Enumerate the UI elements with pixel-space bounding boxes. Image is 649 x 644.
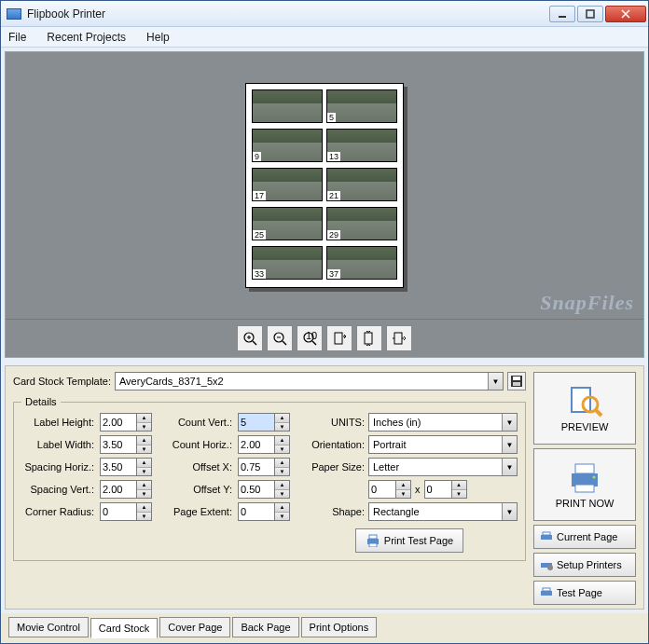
svg-text:100%: 100% bbox=[306, 331, 317, 341]
fit-page-button[interactable] bbox=[326, 325, 352, 351]
details-fieldset: Details Label Height: ▲▼ Count Vert.: ▲▼… bbox=[13, 396, 526, 561]
print-test-page-button[interactable]: Print Test Page bbox=[355, 528, 463, 553]
svg-rect-25 bbox=[541, 591, 552, 596]
preview-card: 25 bbox=[252, 207, 323, 240]
app-icon bbox=[7, 8, 21, 20]
card-number: 21 bbox=[327, 191, 340, 200]
corner-radius-input[interactable]: ▲▼ bbox=[100, 502, 158, 521]
menu-help[interactable]: Help bbox=[143, 29, 173, 46]
svg-rect-6 bbox=[335, 333, 342, 344]
fit-width-button[interactable] bbox=[386, 325, 412, 351]
svg-rect-1 bbox=[587, 10, 594, 18]
page-extent-label: Page Extent: bbox=[163, 506, 232, 517]
app-window: Flipbook Printer File Recent Projects He… bbox=[0, 0, 649, 644]
preview-button[interactable]: PREVIEW bbox=[533, 372, 636, 445]
preview-card: 5 bbox=[326, 89, 397, 123]
template-combo[interactable]: AveryCards_8371_5x2 ▼ bbox=[115, 372, 504, 391]
zoom-in-button[interactable] bbox=[237, 325, 263, 351]
zoom-out-button[interactable] bbox=[267, 325, 293, 351]
paper-size-label: Paper Size: bbox=[301, 461, 365, 473]
preview-icon bbox=[566, 384, 603, 418]
close-button[interactable] bbox=[605, 6, 646, 22]
chevron-down-icon: ▼ bbox=[502, 436, 517, 453]
printer-gear-icon bbox=[540, 559, 553, 570]
details-legend: Details bbox=[21, 396, 61, 407]
svg-rect-11 bbox=[513, 382, 520, 386]
titlebar: Flipbook Printer bbox=[1, 1, 648, 27]
chevron-down-icon: ▼ bbox=[502, 503, 517, 520]
offset-x-input[interactable]: ▲▼ bbox=[238, 458, 296, 476]
preview-card: 37 bbox=[326, 246, 397, 280]
label-height-label: Label Height: bbox=[21, 417, 94, 428]
svg-rect-21 bbox=[541, 535, 552, 540]
preview-card: 9 bbox=[252, 129, 323, 162]
orientation-label: Orientation: bbox=[301, 439, 365, 450]
card-number: 9 bbox=[253, 152, 261, 161]
fit-height-button[interactable] bbox=[356, 325, 382, 351]
card-number: 5 bbox=[327, 113, 336, 122]
print-now-button[interactable]: PRINT NOW bbox=[533, 448, 636, 521]
menu-file[interactable]: File bbox=[5, 29, 30, 46]
units-select[interactable]: Inches (in)▼ bbox=[368, 413, 518, 432]
tab-cover-page[interactable]: Cover Page bbox=[159, 617, 230, 637]
minimize-button[interactable] bbox=[549, 6, 575, 22]
tab-back-page[interactable]: Back Page bbox=[232, 617, 298, 637]
paper-size-select[interactable]: Letter▼ bbox=[368, 458, 518, 476]
test-page-button[interactable]: Test Page bbox=[533, 581, 636, 605]
spacing-vert-label: Spacing Vert.: bbox=[21, 484, 94, 495]
current-page-button[interactable]: Current Page bbox=[533, 525, 636, 549]
floppy-icon bbox=[510, 375, 523, 388]
count-horiz-label: Count Horiz.: bbox=[163, 439, 232, 450]
printer-large-icon bbox=[566, 460, 603, 494]
card-number: 33 bbox=[253, 269, 266, 279]
svg-rect-15 bbox=[572, 388, 590, 412]
spacing-horiz-label: Spacing Horiz.: bbox=[21, 461, 94, 473]
printer-icon bbox=[366, 534, 380, 547]
count-vert-input[interactable]: ▲▼ bbox=[238, 413, 296, 432]
printer-icon bbox=[540, 587, 553, 598]
svg-rect-7 bbox=[365, 333, 372, 344]
tab-bar: Movie Control Card Stock Cover Page Back… bbox=[1, 613, 648, 643]
paper-height-input[interactable]: ▲▼ bbox=[424, 480, 467, 499]
spacing-horiz-input[interactable]: ▲▼ bbox=[100, 458, 158, 476]
svg-rect-0 bbox=[559, 16, 566, 18]
paper-x-label: x bbox=[415, 484, 421, 495]
setup-printers-button[interactable]: Setup Printers bbox=[533, 553, 636, 577]
svg-rect-13 bbox=[369, 535, 377, 539]
template-label: Card Stock Template: bbox=[13, 376, 111, 387]
orientation-select[interactable]: Portrait▼ bbox=[368, 435, 518, 454]
page-extent-input[interactable]: ▲▼ bbox=[238, 502, 296, 521]
paper-width-input[interactable]: ▲▼ bbox=[368, 480, 411, 499]
svg-rect-10 bbox=[513, 377, 520, 380]
action-panel: PREVIEW PRINT NOW Current Page Setup Pri… bbox=[533, 372, 636, 605]
tab-print-options[interactable]: Print Options bbox=[301, 617, 378, 637]
zoom-100-button[interactable]: 100% bbox=[297, 325, 323, 351]
preview-card bbox=[252, 89, 323, 123]
maximize-button[interactable] bbox=[577, 6, 603, 22]
preview-canvas: 5913172125293337 SnapFiles bbox=[6, 52, 643, 319]
template-value: AveryCards_8371_5x2 bbox=[119, 376, 224, 387]
menubar: File Recent Projects Help bbox=[1, 27, 648, 48]
preview-card: 29 bbox=[326, 207, 397, 240]
label-height-input[interactable]: ▲▼ bbox=[100, 413, 158, 432]
workspace: 5913172125293337 SnapFiles 100% bbox=[5, 51, 644, 358]
save-template-button[interactable] bbox=[507, 372, 526, 391]
svg-rect-8 bbox=[394, 333, 402, 344]
label-width-input[interactable]: ▲▼ bbox=[100, 435, 158, 454]
offset-y-input[interactable]: ▲▼ bbox=[238, 480, 296, 499]
units-label: UNITS: bbox=[301, 417, 365, 428]
tab-card-stock[interactable]: Card Stock bbox=[90, 618, 158, 638]
tab-movie-control[interactable]: Movie Control bbox=[8, 617, 89, 637]
svg-point-24 bbox=[547, 565, 553, 570]
svg-rect-19 bbox=[575, 485, 594, 492]
shape-select[interactable]: Rectangle▼ bbox=[368, 502, 518, 521]
card-number: 17 bbox=[253, 191, 266, 200]
count-horiz-input[interactable]: ▲▼ bbox=[238, 435, 296, 454]
preview-card: 17 bbox=[252, 168, 323, 201]
menu-recent-projects[interactable]: Recent Projects bbox=[43, 29, 130, 46]
template-row: Card Stock Template: AveryCards_8371_5x2… bbox=[13, 372, 526, 391]
chevron-down-icon: ▼ bbox=[502, 414, 517, 431]
svg-rect-14 bbox=[369, 543, 377, 547]
card-number: 37 bbox=[327, 269, 340, 279]
spacing-vert-input[interactable]: ▲▼ bbox=[100, 480, 158, 499]
